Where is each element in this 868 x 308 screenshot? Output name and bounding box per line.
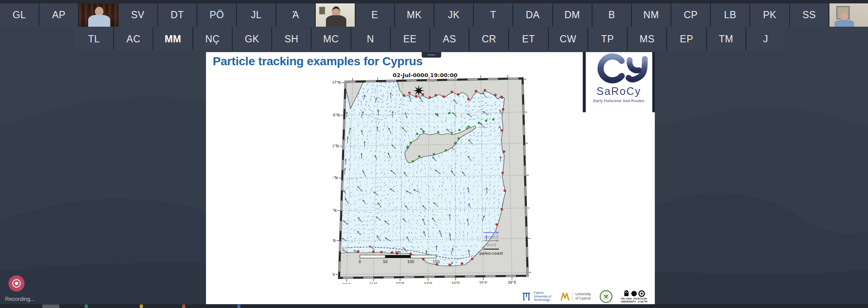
release-point-green — [458, 138, 460, 140]
taskbar-app[interactable] — [140, 305, 143, 308]
release-point-red — [457, 93, 459, 95]
participant-tile[interactable]: TM — [707, 28, 746, 50]
slide-controls-handle[interactable] — [422, 52, 441, 58]
participant-tile[interactable]: DA — [513, 3, 552, 27]
participant-video-tile[interactable] — [79, 3, 117, 27]
release-point-red — [494, 94, 496, 96]
participant-tile[interactable]: TP — [588, 28, 627, 50]
participant-tile[interactable]: DM — [553, 3, 592, 27]
logo-mining-academy-emblem: ⚒ — [600, 290, 612, 303]
release-point-green — [459, 129, 461, 131]
participant-initials: T — [490, 9, 496, 21]
participant-tile[interactable]: MM — [153, 28, 192, 50]
participant-tile[interactable]: J — [746, 28, 785, 50]
participant-tile[interactable]: B — [593, 3, 631, 27]
participant-tile[interactable]: EE — [391, 28, 429, 50]
participant-video-tile[interactable] — [829, 3, 868, 27]
participant-tile[interactable]: E — [356, 3, 394, 27]
participant-tile[interactable]: EP — [667, 28, 706, 50]
participant-tile[interactable]: MK — [395, 3, 434, 27]
participant-tile[interactable]: JL — [237, 3, 275, 27]
participant-initials: DM — [565, 9, 580, 21]
lat-tick-label: 31°N — [333, 272, 334, 277]
webcam-person — [88, 15, 110, 27]
release-point-red — [451, 91, 453, 93]
participant-tile[interactable]: N — [351, 28, 390, 50]
participant-initials: EP — [680, 33, 693, 45]
participant-initials: AC — [126, 33, 140, 45]
participant-initials: AS — [443, 33, 456, 45]
cut-logo-icon — [521, 291, 531, 302]
participant-initials: MS — [640, 33, 655, 45]
taskbar-app[interactable] — [42, 305, 59, 308]
participant-tile[interactable]: GL — [0, 3, 39, 27]
participant-tile[interactable]: JK — [434, 3, 473, 27]
logo-tel-aviv-university: TEL AVIVאוניברסיטת UNIVERSITYתל-אביב — [621, 290, 648, 303]
participant-tile[interactable]: PÖ — [198, 3, 236, 27]
participant-tile[interactable]: MC — [312, 28, 350, 50]
participant-tile[interactable]: Ά — [276, 3, 315, 27]
participant-initials: GL — [13, 9, 26, 21]
scalebar-unit: km — [395, 250, 401, 254]
release-point-red — [501, 129, 503, 131]
participant-row-2: TLACMMNÇGKSHMCNEEASCRETCWTPMSEPTMJ — [75, 28, 785, 50]
participant-tile[interactable]: MS — [628, 28, 666, 50]
participant-tile[interactable]: AC — [114, 28, 153, 50]
lat-tick-label: 36°N — [333, 113, 339, 117]
participant-initials: MC — [323, 33, 339, 45]
window-top-strip — [0, 0, 868, 3]
taskbar-app[interactable] — [237, 305, 240, 308]
scalebar-tick: 100 — [407, 260, 414, 264]
participant-initials: CR — [482, 33, 496, 45]
lat-tick-label: 32°N — [333, 239, 336, 243]
participant-tile[interactable]: LB — [711, 3, 749, 27]
participant-video-tile[interactable] — [316, 3, 354, 27]
release-point-red — [442, 95, 445, 97]
participant-initials: SS — [802, 9, 816, 21]
participant-tile[interactable]: NM — [632, 3, 670, 27]
release-point-red — [403, 94, 405, 96]
participant-tile[interactable]: AP — [39, 3, 78, 27]
tau-logo-icon — [623, 290, 645, 297]
participant-initials: MK — [407, 9, 422, 21]
release-point-green — [478, 122, 480, 124]
participant-tile[interactable]: CP — [671, 3, 710, 27]
webcam-person — [835, 20, 854, 27]
release-point-red — [467, 98, 469, 100]
participant-tile[interactable]: TL — [75, 28, 113, 50]
participant-tile[interactable]: SH — [272, 28, 311, 50]
taskbar-sliver[interactable] — [0, 304, 868, 308]
lat-tick-label: 34°N — [333, 176, 338, 180]
logo-university-of-cyprus: University of Cyprus — [559, 291, 591, 302]
footer-logos: Cyprus University of Technology Universi… — [521, 289, 648, 305]
release-point-red — [422, 258, 424, 260]
participant-tile[interactable]: CR — [470, 28, 508, 50]
webcam-person — [326, 15, 346, 27]
taskbar-app[interactable] — [182, 305, 185, 308]
crossed-hammers-icon: ⚒ — [604, 294, 609, 300]
scalebar-tick: 150 — [433, 260, 440, 264]
release-point-green — [454, 142, 456, 144]
taskbar-app[interactable] — [85, 305, 88, 308]
participant-initials: PK — [763, 9, 776, 21]
participant-tile[interactable]: AS — [430, 28, 469, 50]
release-point-green — [468, 126, 470, 128]
tau-logo-text: TEL AVIV — [621, 297, 632, 300]
participant-tile[interactable]: SS — [790, 3, 829, 27]
participant-tile[interactable]: DT — [158, 3, 197, 27]
release-point-red — [357, 250, 359, 252]
participant-tile[interactable]: CW — [549, 28, 587, 50]
lon-tick-label: 34°E — [451, 281, 460, 284]
participant-tile[interactable]: NÇ — [193, 28, 232, 50]
participant-tile[interactable]: T — [474, 3, 512, 27]
participant-tile[interactable]: ET — [509, 28, 548, 50]
ucy-logo-icon — [559, 291, 570, 302]
participant-tile[interactable]: PK — [750, 3, 789, 27]
participant-initials: DA — [526, 9, 540, 21]
release-point-red — [391, 251, 393, 253]
sarocy-wordmark: SaRoCy — [596, 85, 641, 97]
release-point-green — [410, 142, 412, 144]
participant-tile[interactable]: SV — [119, 3, 157, 27]
release-point-green — [448, 112, 451, 114]
participant-tile[interactable]: GK — [233, 28, 271, 50]
